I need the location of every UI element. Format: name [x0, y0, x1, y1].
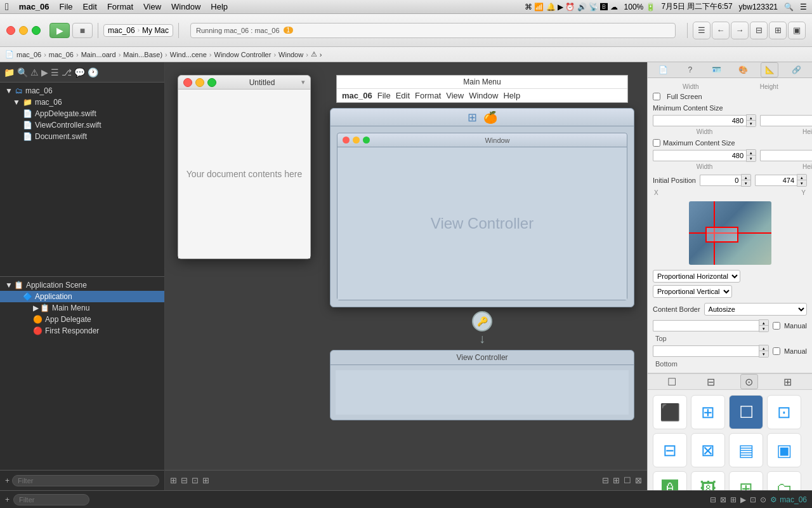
menubar-view[interactable]: View [143, 2, 161, 11]
obj-3d-view[interactable]: ⬛ [653, 395, 687, 429]
stop-button[interactable]: ■ [72, 23, 93, 38]
y-up-btn[interactable]: ▴ [797, 175, 806, 180]
warning-badge[interactable]: 1 [284, 27, 294, 34]
canvas-tool-2[interactable]: ⊞ [613, 476, 620, 485]
scheme-selector[interactable]: mac_06 › My Mac [103, 24, 173, 37]
attributes-inspector-btn[interactable]: 🎨 [734, 62, 752, 77]
bottom-nav-btn-1[interactable]: ⊟ [710, 495, 716, 504]
bottom-nav-btn-4[interactable]: ▶ [740, 495, 746, 504]
y-position-input[interactable] [755, 175, 797, 186]
x-down-btn[interactable]: ▾ [742, 180, 750, 186]
tree-item-main-menu[interactable]: ▶ 📋 Main Menu [0, 302, 164, 314]
tree-item-app-delegate[interactable]: 🟠 App Delegate [0, 314, 164, 325]
maximize-button[interactable] [32, 26, 41, 35]
bottom-up-btn[interactable]: ▴ [759, 345, 768, 351]
size-inspector-btn[interactable]: 📐 [761, 62, 778, 77]
top-manual-checkbox[interactable] [773, 322, 780, 330]
doc-maximize-btn[interactable] [207, 78, 216, 87]
max-content-checkbox[interactable] [653, 139, 660, 147]
nav-search-btn[interactable]: 🔍 [17, 67, 28, 77]
bottom-add-btn[interactable]: + [5, 495, 10, 504]
sidebar-add-btn[interactable]: + [5, 476, 10, 485]
full-screen-checkbox[interactable] [653, 93, 660, 100]
toggle-editor-button[interactable]: ⊞ [769, 22, 787, 39]
doc-title-dropdown[interactable]: ▾ [301, 78, 305, 86]
max-height-input[interactable] [760, 150, 812, 161]
toggle-navigator-button[interactable]: ☰ [693, 22, 710, 39]
object-lib-tab-2[interactable]: ⊟ [702, 374, 719, 389]
tree-item-document[interactable]: 📄 Document.swift [0, 131, 164, 142]
obj-scroll-view[interactable]: ⊡ [767, 395, 801, 429]
menubar-format[interactable]: Format [107, 2, 133, 11]
connections-inspector-btn[interactable]: 🔗 [787, 62, 805, 77]
nav-warning-btn[interactable]: ⚠ [30, 67, 39, 77]
menubar-app-name[interactable]: mac_06 [19, 2, 49, 11]
obj-text-label[interactable]: 🅰 [653, 471, 687, 490]
back-button[interactable]: ← [712, 22, 730, 39]
obj-stack-view[interactable]: ▤ [729, 433, 763, 467]
canvas-btn-1[interactable]: ⊞ [170, 476, 177, 485]
tree-item-application[interactable]: 🔷 Application [0, 291, 164, 302]
inner-close-btn[interactable] [343, 137, 350, 144]
menubar-search-icon[interactable]: 🔍 [784, 3, 794, 11]
menubar-list-icon[interactable]: ☰ [800, 3, 807, 11]
obj-collection-view[interactable]: 🗂 [767, 471, 801, 490]
menubar-window[interactable]: Window [171, 2, 200, 11]
menubar-edit[interactable]: Edit [83, 2, 97, 11]
menubar-file[interactable]: File [60, 2, 73, 11]
breadcrumb-nav-prev[interactable]: ⚠ [311, 50, 317, 58]
autoresize-h-select[interactable]: Proportional Horizontal Fixed [653, 270, 740, 283]
min-width-input[interactable] [653, 115, 746, 126]
bottom-nav-btn-5[interactable]: ⊡ [750, 495, 756, 504]
top-down-btn[interactable]: ▾ [759, 326, 768, 331]
run-button[interactable]: ▶ [49, 23, 70, 38]
tree-item-app-scene[interactable]: ▼ 📋 Application Scene [0, 279, 164, 291]
x-position-input[interactable] [700, 175, 742, 186]
nav-folder-btn[interactable]: 📁 [4, 67, 15, 77]
nav-test-btn[interactable]: ▶ [41, 67, 48, 77]
obj-view[interactable]: ☐ [729, 395, 763, 429]
tree-item-viewcontroller[interactable]: 📄 ViewController.swift [0, 119, 164, 131]
obj-image-view[interactable]: 🖼 [691, 471, 725, 490]
minimize-button[interactable] [19, 26, 28, 35]
autoresize-v-select[interactable]: Proportional Vertical Fixed [653, 285, 732, 298]
max-width-input[interactable] [653, 150, 746, 161]
obj-tab-view[interactable]: ⊠ [691, 433, 725, 467]
bottom-nav-btn-3[interactable]: ⊞ [730, 495, 737, 504]
object-lib-tab-3[interactable]: ⊙ [740, 374, 758, 389]
breadcrumb-item-5[interactable]: Wind...cene [170, 51, 207, 58]
canvas-btn-3[interactable]: ⊡ [192, 476, 199, 485]
canvas-btn-4[interactable]: ⊞ [202, 476, 209, 485]
bottom-nav-btn-2[interactable]: ⊠ [720, 495, 726, 504]
content-border-select[interactable]: Autosize Fixed [704, 303, 807, 316]
min-height-input[interactable] [760, 115, 812, 126]
breadcrumb-item-3[interactable]: Main...oard [81, 51, 116, 58]
breadcrumb-item-7[interactable]: Window [278, 51, 303, 58]
nav-history-btn[interactable]: 🕐 [88, 67, 98, 77]
obj-split-view[interactable]: ⊞ [691, 395, 725, 429]
tree-item-project-root[interactable]: ▼ 🗂 mac_06 [0, 85, 164, 97]
doc-close-btn[interactable] [183, 78, 192, 87]
inner-maximize-btn[interactable] [363, 137, 370, 144]
nav-list-btn[interactable]: ☰ [51, 67, 59, 77]
obj-tile-view[interactable]: ⊟ [653, 433, 687, 467]
bottom-input[interactable] [653, 345, 759, 357]
breadcrumb-item-2[interactable]: mac_06 [49, 51, 74, 58]
max-width-down[interactable]: ▾ [747, 156, 756, 161]
toggle-inspector-button[interactable]: ▣ [788, 22, 806, 39]
tree-item-first-responder[interactable]: 🔴 First Responder [0, 325, 164, 337]
top-input[interactable] [653, 320, 759, 331]
doc-minimize-btn[interactable] [195, 78, 204, 87]
inner-minimize-btn[interactable] [353, 137, 360, 144]
breadcrumb-item-6[interactable]: Window Controller [214, 51, 272, 58]
quick-help-btn[interactable]: ? [681, 62, 699, 77]
toggle-layout-button[interactable]: ⊟ [750, 22, 768, 39]
close-button[interactable] [6, 26, 15, 35]
file-inspector-btn[interactable]: 📄 [655, 62, 672, 77]
nav-speech-btn[interactable]: 💬 [74, 67, 85, 77]
obj-grid-view[interactable]: ⊞ [729, 471, 763, 490]
tree-item-appdelegate[interactable]: 📄 AppDelegate.swift [0, 108, 164, 119]
breadcrumb-item-4[interactable]: Main...Base) [123, 51, 162, 58]
min-width-down[interactable]: ▾ [747, 121, 756, 126]
canvas-zoom-fit[interactable]: ⊟ [181, 476, 188, 485]
